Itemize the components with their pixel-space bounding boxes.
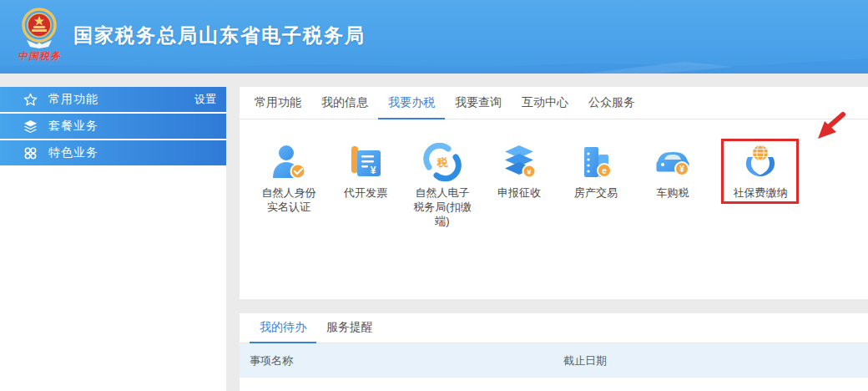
sidebar-item-featured-business[interactable]: 特色业务 — [0, 140, 226, 165]
service-label: 房产交易 — [574, 185, 618, 200]
tab-public-service[interactable]: 公众服务 — [578, 87, 645, 119]
service-grid: 自然人身份 实名认证 ¥ 代开发票 — [240, 119, 868, 228]
annotation-arrow-icon — [811, 112, 846, 144]
workspace-tabbar: 常用功能 我的信息 我要办税 我要查询 互动中心 公众服务 — [240, 87, 868, 119]
sidebar-item-label: 特色业务 — [48, 145, 98, 160]
four-circles-icon — [23, 146, 38, 160]
hands-globe-icon — [740, 143, 780, 181]
service-label: 申报征收 — [497, 185, 541, 200]
tab-my-info[interactable]: 我的信息 — [311, 87, 378, 119]
person-check-icon — [269, 143, 309, 181]
tax-swirl-icon: 税 — [422, 143, 462, 181]
sidebar-item-label: 常用功能 — [48, 92, 98, 107]
settings-link[interactable]: 设置 — [194, 92, 216, 107]
sidebar-item-package-business[interactable]: 套餐业务 — [0, 114, 226, 139]
workspace-panel: 常用功能 我的信息 我要办税 我要查询 互动中心 公众服务 自然人身份 实名认证 — [240, 87, 868, 299]
page-title: 国家税务总局山东省电子税务局 — [73, 23, 366, 48]
car-tax-icon: ¥ — [653, 143, 693, 181]
service-label: 社保费缴纳 — [734, 185, 788, 200]
svg-text:¥: ¥ — [371, 165, 376, 176]
service-social-insurance-payment[interactable]: 社保费缴纳 — [724, 143, 797, 228]
svg-text:¥: ¥ — [527, 167, 532, 176]
service-label: 自然人身份 实名认证 — [262, 185, 316, 214]
tab-my-todo[interactable]: 我的待办 — [250, 313, 316, 343]
building-icon: e — [576, 143, 616, 181]
column-deadline: 截止日期 — [563, 353, 607, 368]
column-item-name: 事项名称 — [240, 353, 563, 368]
todo-table-header: 事项名称 截止日期 — [240, 343, 868, 378]
sidebar-item-label: 套餐业务 — [48, 119, 98, 134]
service-vehicle-purchase-tax[interactable]: ¥ 车购税 — [636, 143, 709, 228]
sidebar-item-common-functions[interactable]: 常用功能 设置 — [0, 87, 226, 112]
svg-text:e: e — [602, 166, 607, 175]
tab-service-reminder[interactable]: 服务提醒 — [316, 313, 383, 343]
service-label: 车购税 — [657, 185, 689, 200]
service-real-estate-transaction[interactable]: e 房产交易 — [559, 143, 633, 228]
electronic-tax-bureau-page: 中国税务 国家税务总局山东省电子税务局 常用功能 设置 套餐业务 — [0, 0, 868, 391]
logo-caption: 中国税务 — [13, 49, 65, 63]
todo-panel: 我的待办 服务提醒 事项名称 截止日期 — [240, 313, 868, 391]
header-banner: 中国税务 国家税务总局山东省电子税务局 — [0, 0, 868, 74]
tab-common-functions[interactable]: 常用功能 — [245, 87, 311, 119]
service-natural-person-etax[interactable]: 税 自然人电子 税务局(扣缴 端) — [406, 143, 479, 228]
service-label: 自然人电子 税务局(扣缴 端) — [413, 185, 471, 228]
tax-character: 税 — [437, 156, 449, 169]
mountain-silhouette — [0, 52, 868, 74]
sidebar: 常用功能 设置 套餐业务 特色业务 — [0, 87, 226, 391]
star-icon — [23, 93, 38, 107]
svg-text:¥: ¥ — [679, 165, 684, 174]
service-realname-auth[interactable]: 自然人身份 实名认证 — [252, 143, 326, 228]
service-declaration-collection[interactable]: ¥ 申报征收 — [482, 143, 556, 228]
service-label: 代开发票 — [344, 185, 387, 200]
todo-tabbar: 我的待办 服务提醒 — [240, 313, 868, 343]
tab-interaction-center[interactable]: 互动中心 — [512, 87, 578, 119]
layers-icon — [23, 119, 38, 134]
layers-yen-icon: ¥ — [499, 143, 539, 181]
tab-inquiry[interactable]: 我要查询 — [445, 87, 512, 119]
national-emblem-logo — [20, 5, 58, 52]
invoice-icon: ¥ — [346, 143, 386, 181]
tab-tax-handling[interactable]: 我要办税 — [378, 87, 445, 119]
service-invoice-issuing[interactable]: ¥ 代开发票 — [329, 143, 402, 228]
